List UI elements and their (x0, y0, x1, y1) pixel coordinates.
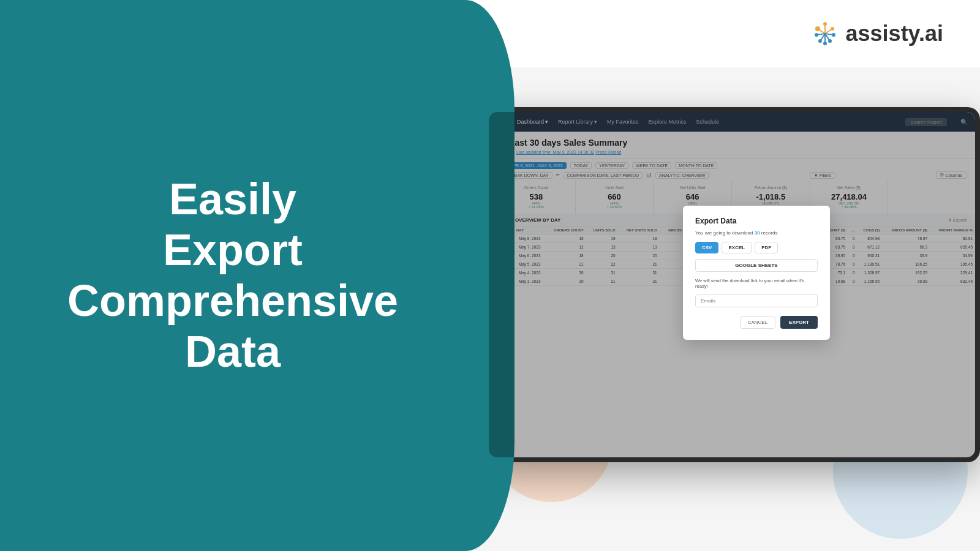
modal-actions: CANCEL EXPORT (695, 316, 818, 329)
hero-line2: Export (67, 225, 398, 276)
brand-logo-icon (812, 20, 839, 47)
modal-title: Export Data (695, 217, 818, 225)
hero-line1: Easily (67, 174, 398, 225)
email-input[interactable] (695, 294, 818, 307)
google-sheets-button[interactable]: GOOGLE SHEETS (695, 259, 818, 272)
svg-line-11 (825, 29, 832, 34)
device-screen: A Dashboard ▾ Report Library ▾ My Favori… (489, 112, 975, 457)
format-row: CSV EXCEL PDF (695, 242, 818, 253)
device-notch (714, 107, 750, 111)
laptop-device: A Dashboard ▾ Report Library ▾ My Favori… (484, 107, 980, 462)
excel-button[interactable]: EXCEL (722, 242, 752, 253)
hero-line4: Data (67, 326, 398, 377)
page-wrapper: Easily Export Comprehensive Data (0, 0, 980, 551)
left-hero-section: Easily Export Comprehensive Data (0, 0, 466, 551)
cancel-button[interactable]: CANCEL (740, 316, 775, 329)
export-button[interactable]: EXPORT (780, 316, 818, 329)
brand-logo-text: assisty.ai (846, 21, 943, 47)
export-modal: Export Data You are going to download 30… (683, 206, 830, 340)
logo-area: assisty.ai (812, 20, 943, 47)
svg-line-9 (818, 29, 825, 34)
hero-text: Easily Export Comprehensive Data (31, 174, 435, 377)
hero-line3: Comprehensive (67, 276, 398, 326)
modal-info-text: We will send the download link to your e… (695, 278, 818, 289)
device-wrapper: A Dashboard ▾ Report Library ▾ My Favori… (484, 55, 980, 514)
modal-description: You are going to download 30 records (695, 230, 818, 236)
pdf-button[interactable]: PDF (755, 242, 778, 253)
record-count: 30 (755, 230, 760, 236)
csv-button[interactable]: CSV (695, 242, 718, 253)
modal-overlay: Export Data You are going to download 30… (489, 112, 975, 457)
right-section: assisty.ai A Dashboard ▾ Report Li (466, 0, 980, 551)
